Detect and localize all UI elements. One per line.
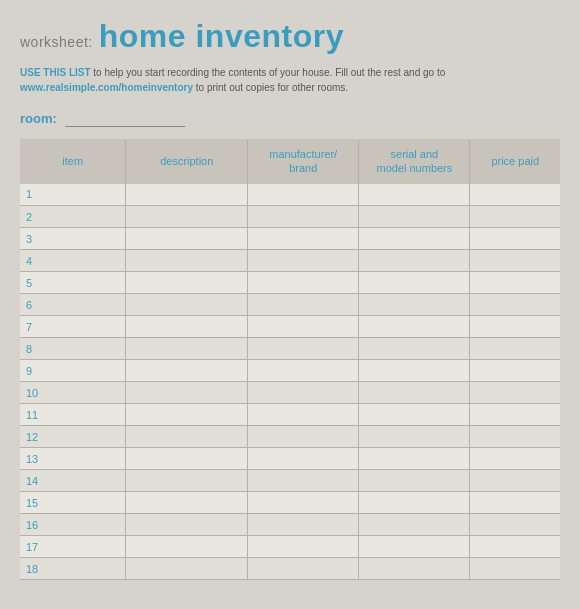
table-cell [359, 536, 470, 558]
page-container: worksheet: home inventory USE THIS LIST … [20, 18, 560, 580]
table-cell [248, 404, 359, 426]
table-cell [248, 558, 359, 580]
row-number: 7 [20, 316, 126, 338]
table-cell [126, 228, 248, 250]
table-row: 15 [20, 492, 560, 514]
table-cell [248, 382, 359, 404]
table-cell [470, 294, 560, 316]
room-label: room: [20, 111, 57, 126]
table-cell [359, 250, 470, 272]
col-header-serial: serial andmodel numbers [359, 139, 470, 184]
table-cell [126, 316, 248, 338]
row-number: 3 [20, 228, 126, 250]
table-row: 18 [20, 558, 560, 580]
table-cell [359, 382, 470, 404]
room-input[interactable] [65, 109, 185, 127]
row-number: 18 [20, 558, 126, 580]
table-cell [359, 272, 470, 294]
table-cell [359, 228, 470, 250]
row-number: 10 [20, 382, 126, 404]
table-cell [248, 272, 359, 294]
table-row: 9 [20, 360, 560, 382]
table-cell [359, 514, 470, 536]
table-cell [248, 470, 359, 492]
table-cell [248, 514, 359, 536]
row-number: 4 [20, 250, 126, 272]
table-cell [248, 448, 359, 470]
table-cell [248, 228, 359, 250]
table-cell [470, 338, 560, 360]
row-number: 2 [20, 206, 126, 228]
col-header-manufacturer: manufacturer/brand [248, 139, 359, 184]
table-cell [126, 184, 248, 206]
table-cell [470, 228, 560, 250]
table-cell [248, 492, 359, 514]
table-cell [470, 206, 560, 228]
table-cell [126, 426, 248, 448]
table-cell [470, 382, 560, 404]
inventory-table: item description manufacturer/brand seri… [20, 139, 560, 580]
row-number: 8 [20, 338, 126, 360]
table-cell [126, 338, 248, 360]
table-cell [248, 206, 359, 228]
table-cell [359, 206, 470, 228]
table-cell [470, 250, 560, 272]
table-row: 2 [20, 206, 560, 228]
title-row: worksheet: home inventory [20, 18, 560, 55]
table-cell [470, 448, 560, 470]
room-row: room: [20, 109, 560, 127]
row-number: 13 [20, 448, 126, 470]
page-title: home inventory [99, 18, 344, 55]
table-header-row: item description manufacturer/brand seri… [20, 139, 560, 184]
intro-text: USE THIS LIST to help you start recordin… [20, 65, 540, 95]
table-row: 10 [20, 382, 560, 404]
table-cell [126, 382, 248, 404]
table-cell [470, 404, 560, 426]
table-row: 5 [20, 272, 560, 294]
row-number: 1 [20, 184, 126, 206]
table-cell [126, 514, 248, 536]
table-cell [470, 360, 560, 382]
table-cell [126, 250, 248, 272]
table-row: 3 [20, 228, 560, 250]
table-cell [126, 272, 248, 294]
table-cell [470, 426, 560, 448]
table-row: 1 [20, 184, 560, 206]
table-cell [248, 536, 359, 558]
col-header-description: description [126, 139, 248, 184]
table-cell [248, 250, 359, 272]
table-cell [359, 558, 470, 580]
table-cell [470, 316, 560, 338]
table-cell [248, 316, 359, 338]
table-cell [470, 184, 560, 206]
table-cell [126, 448, 248, 470]
row-number: 15 [20, 492, 126, 514]
table-cell [126, 470, 248, 492]
table-cell [126, 492, 248, 514]
table-row: 6 [20, 294, 560, 316]
table-cell [470, 536, 560, 558]
table-cell [126, 536, 248, 558]
use-this-list-label: USE THIS LIST [20, 67, 91, 78]
table-cell [359, 426, 470, 448]
table-row: 13 [20, 448, 560, 470]
row-number: 16 [20, 514, 126, 536]
row-number: 12 [20, 426, 126, 448]
table-cell [470, 558, 560, 580]
col-header-item: item [20, 139, 126, 184]
table-cell [248, 184, 359, 206]
intro-text-1: to help you start recording the contents… [93, 67, 445, 78]
table-row: 11 [20, 404, 560, 426]
table-cell [248, 294, 359, 316]
table-cell [359, 316, 470, 338]
table-cell [359, 184, 470, 206]
row-number: 14 [20, 470, 126, 492]
website-link: www.realsimple.com/homeinventory [20, 82, 193, 93]
table-cell [359, 294, 470, 316]
table-row: 17 [20, 536, 560, 558]
table-row: 8 [20, 338, 560, 360]
intro-text-2: to print out copies for other rooms. [196, 82, 348, 93]
table-cell [359, 360, 470, 382]
table-cell [359, 338, 470, 360]
table-cell [126, 360, 248, 382]
